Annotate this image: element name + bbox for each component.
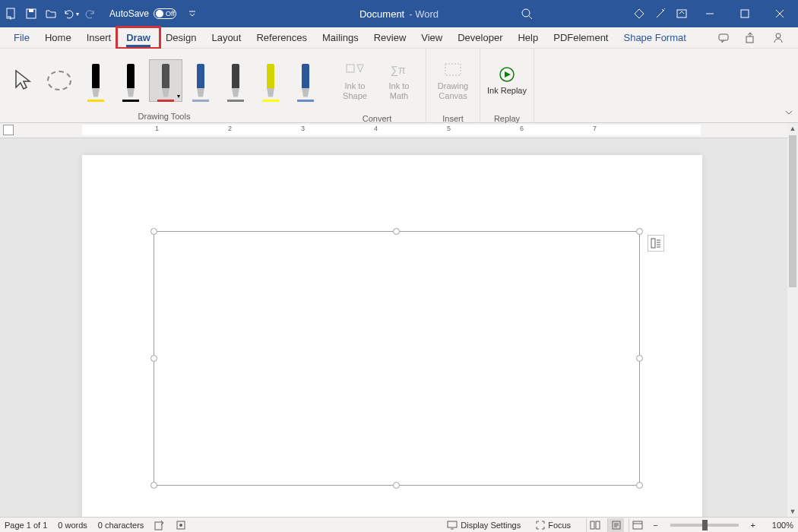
svg-point-3 bbox=[522, 9, 530, 17]
qat-customize-icon[interactable] bbox=[184, 5, 201, 22]
collapse-ribbon-icon[interactable] bbox=[784, 108, 793, 119]
redo-icon[interactable] bbox=[82, 5, 99, 22]
page[interactable] bbox=[82, 155, 702, 517]
pencil-tool[interactable] bbox=[219, 59, 252, 102]
svg-rect-5 bbox=[741, 10, 749, 17]
zoom-in-button[interactable]: + bbox=[748, 521, 758, 530]
search-icon[interactable] bbox=[518, 5, 535, 22]
sparkle-pen-tool[interactable] bbox=[289, 59, 322, 102]
ribbon-tabs: File Home Insert Draw Design Layout Refe… bbox=[0, 27, 798, 49]
tab-insert[interactable]: Insert bbox=[79, 29, 119, 46]
spelling-icon[interactable] bbox=[154, 520, 165, 530]
lasso-tool[interactable] bbox=[43, 59, 76, 102]
zoom-level[interactable]: 100% bbox=[763, 521, 793, 530]
share-icon[interactable] bbox=[740, 30, 762, 46]
diamond-icon[interactable] bbox=[631, 5, 648, 22]
ink-to-shape-button[interactable]: Ink to Shape bbox=[334, 52, 375, 111]
drawing-canvas-button[interactable]: Drawing Canvas bbox=[432, 52, 473, 111]
resize-handle-se[interactable] bbox=[636, 482, 643, 489]
red-pen-tool[interactable]: ▾ bbox=[149, 59, 182, 102]
minimize-button[interactable] bbox=[695, 3, 725, 24]
document-area bbox=[0, 138, 787, 517]
svg-rect-11 bbox=[445, 64, 461, 75]
web-layout-icon[interactable] bbox=[629, 518, 645, 532]
status-words[interactable]: 0 words bbox=[58, 521, 87, 530]
tab-references[interactable]: References bbox=[249, 29, 314, 46]
resize-handle-n[interactable] bbox=[393, 228, 400, 235]
new-file-icon[interactable] bbox=[3, 5, 20, 22]
ruler-bar: 1234567 bbox=[0, 123, 798, 138]
resize-handle-ne[interactable] bbox=[636, 228, 643, 235]
svg-rect-6 bbox=[719, 34, 728, 40]
wand-icon[interactable] bbox=[652, 5, 669, 22]
group-drawing-tools: Drawing Tools bbox=[0, 112, 328, 123]
layout-options-icon[interactable] bbox=[648, 235, 664, 252]
status-chars[interactable]: 0 characters bbox=[98, 521, 144, 530]
black-pen-2-tool[interactable] bbox=[114, 59, 147, 102]
scrollbar-thumb[interactable] bbox=[789, 135, 796, 287]
zoom-out-button[interactable]: − bbox=[650, 521, 660, 530]
open-icon[interactable] bbox=[43, 5, 59, 22]
status-page[interactable]: Page 1 of 1 bbox=[5, 521, 47, 530]
resize-handle-e[interactable] bbox=[636, 355, 643, 362]
highlighter-tool[interactable] bbox=[254, 59, 287, 102]
svg-rect-14 bbox=[155, 522, 162, 530]
scroll-down-icon[interactable]: ▼ bbox=[787, 506, 798, 517]
display-settings-button[interactable]: Display Settings bbox=[447, 521, 521, 530]
account-icon[interactable] bbox=[768, 30, 789, 46]
svg-rect-17 bbox=[448, 521, 457, 527]
print-layout-icon[interactable] bbox=[607, 518, 624, 532]
resize-handle-s[interactable] bbox=[393, 482, 400, 489]
ribbon: ▾ Drawing Tools Ink to Shape ∑π Ink to M… bbox=[0, 49, 798, 123]
svg-rect-19 bbox=[596, 521, 600, 529]
tab-pdfelement[interactable]: PDFelement bbox=[546, 29, 616, 46]
tab-developer[interactable]: Developer bbox=[450, 29, 510, 46]
tab-file[interactable]: File bbox=[6, 29, 37, 46]
black-pen-tool[interactable] bbox=[79, 59, 112, 102]
resize-handle-w[interactable] bbox=[150, 355, 157, 362]
close-button[interactable] bbox=[765, 3, 795, 24]
drawing-canvas[interactable] bbox=[154, 231, 640, 486]
comments-icon[interactable] bbox=[713, 30, 734, 46]
svg-rect-7 bbox=[746, 36, 753, 43]
select-tool[interactable] bbox=[6, 59, 40, 102]
tab-selector-icon[interactable] bbox=[3, 125, 14, 135]
svg-point-16 bbox=[179, 524, 182, 527]
svg-rect-21 bbox=[633, 521, 642, 529]
svg-rect-9 bbox=[347, 65, 354, 72]
scroll-up-icon[interactable]: ▲ bbox=[787, 123, 798, 134]
svg-rect-18 bbox=[591, 521, 594, 529]
ink-replay-button[interactable]: Ink Replay bbox=[486, 52, 527, 111]
horizontal-ruler[interactable]: 1234567 bbox=[82, 125, 701, 135]
chevron-down-icon[interactable]: ▾ bbox=[177, 93, 180, 100]
tab-shape-format[interactable]: Shape Format bbox=[616, 29, 693, 46]
save-icon[interactable] bbox=[23, 5, 40, 22]
svg-rect-2 bbox=[29, 9, 33, 12]
ribbon-display-icon[interactable] bbox=[673, 5, 690, 22]
tab-home[interactable]: Home bbox=[37, 29, 79, 46]
autosave-label: AutoSave bbox=[109, 8, 149, 19]
tab-view[interactable]: View bbox=[413, 29, 450, 46]
title-bar: ▾ AutoSave Off Document - Word bbox=[0, 0, 798, 27]
ink-to-math-button[interactable]: ∑π Ink to Math bbox=[378, 52, 420, 111]
tab-design[interactable]: Design bbox=[158, 29, 204, 46]
tab-layout[interactable]: Layout bbox=[204, 29, 249, 46]
tab-review[interactable]: Review bbox=[366, 29, 414, 46]
status-bar: Page 1 of 1 0 words 0 characters Display… bbox=[0, 517, 798, 532]
resize-handle-nw[interactable] bbox=[150, 228, 157, 235]
svg-rect-13 bbox=[651, 239, 655, 248]
tab-draw[interactable]: Draw bbox=[119, 29, 158, 46]
read-mode-icon[interactable] bbox=[586, 518, 603, 532]
svg-text:∑π: ∑π bbox=[391, 64, 406, 76]
zoom-slider[interactable] bbox=[670, 524, 739, 527]
autosave-toggle[interactable]: AutoSave Off bbox=[109, 8, 176, 19]
maximize-button[interactable] bbox=[730, 3, 760, 24]
focus-button[interactable]: Focus bbox=[536, 521, 571, 530]
galaxy-pen-tool[interactable] bbox=[184, 59, 217, 102]
undo-icon[interactable]: ▾ bbox=[62, 5, 79, 22]
macro-icon[interactable] bbox=[176, 520, 186, 530]
tab-mailings[interactable]: Mailings bbox=[315, 29, 366, 46]
vertical-scrollbar[interactable]: ▲ ▼ bbox=[787, 123, 798, 517]
resize-handle-sw[interactable] bbox=[150, 482, 157, 489]
tab-help[interactable]: Help bbox=[510, 29, 546, 46]
